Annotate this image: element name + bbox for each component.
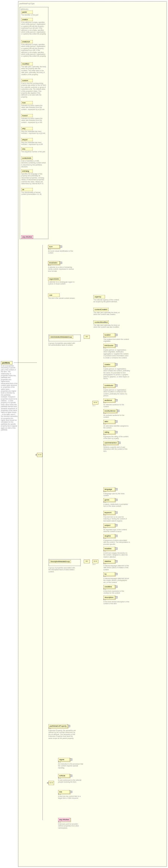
attr-custom: customIf set to true the corresponding p… — [21, 79, 46, 98]
admin-userInteraction: userInteraction+0..∞Reflects a specific … — [103, 441, 130, 452]
attributes-label: attributes — [21, 8, 47, 10]
desc-dateline: dateline+0..∞A natural-language statemen… — [103, 560, 130, 571]
attr-modified: modifiedThe date (and, optionally, the t… — [21, 62, 46, 75]
seq-main: ⊟─⊟ — [37, 453, 42, 457]
desc-headline: headline+0..∞A brief and snappy introduc… — [103, 547, 130, 558]
desc-subject: subject+0..∞An important topic of the co… — [103, 524, 130, 533]
partmeta-desc: A set of properties describing a specifi… — [1, 365, 18, 431]
admin-group: AdministrativeMetadataGroup — [48, 335, 81, 341]
admin-urgency: urgencyThe editorial urgency of the cont… — [94, 295, 120, 303]
desc-seq: ⊟─⊟ — [92, 560, 98, 563]
desc-group: DescriptiveMetadataGroup — [48, 559, 81, 566]
attr-how: howIndicates by which means the value wa… — [21, 101, 46, 111]
attr-partid: partidThe identifier of the part — [21, 11, 38, 16]
type-label: partMetaPropType — [20, 3, 165, 5]
admin-group-desc: A group of properties associated with th… — [48, 342, 76, 346]
mid-role: roleThe role in the overall content stre… — [48, 293, 75, 299]
admin-choice: ⊟⊡ — [84, 335, 90, 339]
any-other-bottom: any ##other 0..∞ Extension point for pro… — [58, 818, 83, 829]
desc-group-desc: A group of properties associated with th… — [48, 567, 76, 573]
admin-contentModified: contentModifiedThe date (and optionally … — [94, 320, 120, 328]
root-node: partMeta A set of properties describing … — [1, 361, 18, 431]
bottom-seq: ⊟─⊟ — [48, 781, 54, 785]
mid-timeDelim: timeDelim+0..∞A delimiter for a time of … — [48, 261, 76, 272]
attr-dir: dirThe directionality of textual content… — [21, 188, 46, 195]
desc-language: language+0..∞A language used by the news… — [103, 488, 130, 497]
attr-seq: seqThe sequence number of the part — [21, 147, 45, 153]
desc-description: description+0..∞A free-form textual desc… — [103, 596, 130, 605]
admin-contributor: contributor+0..∞A party (person or organ… — [103, 384, 130, 397]
attr-creator: creatorIf the attribute is empty, specif… — [21, 18, 46, 35]
admin-audience: audience+0..∞An intended audience for th… — [103, 399, 130, 408]
admin-infoSource: infoSource+0..∞A party (person or organi… — [103, 344, 130, 359]
desc-keyword: keyword+0..∞Free-text term to be used fo… — [103, 511, 130, 522]
admin-altId: altId+0..∞An alternative identifier assi… — [103, 420, 130, 429]
bottom-edNote: edNote+0..∞A note addressed to the edito… — [58, 774, 85, 783]
desc-creditline: creditline+0..∞A free-form expression of… — [103, 585, 130, 594]
any-other-attr: any ##other — [21, 235, 33, 239]
admin-located: located+0..∞The location from which the … — [103, 333, 130, 342]
ext-property: partMetaExtProperty+ 0..∞ Extension Prop… — [48, 724, 76, 739]
attr-why: whyWhy the metadata has been included - … — [21, 127, 46, 134]
attr-contentrefs: contentrefsA list of identifiers of XML … — [21, 157, 46, 168]
admin-group-box[interactable]: AdministrativeMetadataGroup — [49, 336, 73, 338]
admin-seq: ⊟─⊟ — [92, 401, 98, 405]
attr-whyuri: whyuriWhy the metadata has been included… — [21, 138, 46, 146]
desc-group-box[interactable]: DescriptiveMetadataGroup — [49, 560, 71, 563]
attr-creatoruri: creatoruriIf the attribute is empty, spe… — [21, 40, 46, 57]
mid-icon: icon+0..∞An iconic visual identification… — [48, 245, 76, 254]
admin-rating: rating+0..∞Expresses the rating of the c… — [103, 430, 130, 440]
attr-howuri: howuriIndicates by which means the value… — [21, 114, 46, 123]
bottom-link: link+0..∞A link from the current Item to… — [58, 790, 85, 799]
admin-creator: creator+0..∞A party (person or organisat… — [103, 363, 130, 380]
bottom-signal: signal+0..∞An instruction to the process… — [58, 758, 85, 769]
desc-slugline: slugline+0..∞A sequence of tokens associ… — [103, 534, 130, 545]
partmeta-box[interactable]: partMeta — [1, 361, 12, 365]
desc-genre: genre+0..∞A nature, intellectual or jour… — [103, 498, 130, 507]
attr-xml:lang: xml:langSpecifies the language of this p… — [21, 169, 46, 185]
mid-regionDelim: regionDelimA delimiter for a rectangular… — [48, 277, 76, 285]
desc-by: by+0..∞A natural-language statement abou… — [103, 572, 130, 583]
admin-exclAudience: exclAudience+0..∞An excluded audience fo… — [103, 409, 130, 418]
admin-contentCreated: contentCreatedThe date (and optionally t… — [94, 308, 120, 316]
desc-choice: ⊟⊡ — [84, 560, 90, 563]
